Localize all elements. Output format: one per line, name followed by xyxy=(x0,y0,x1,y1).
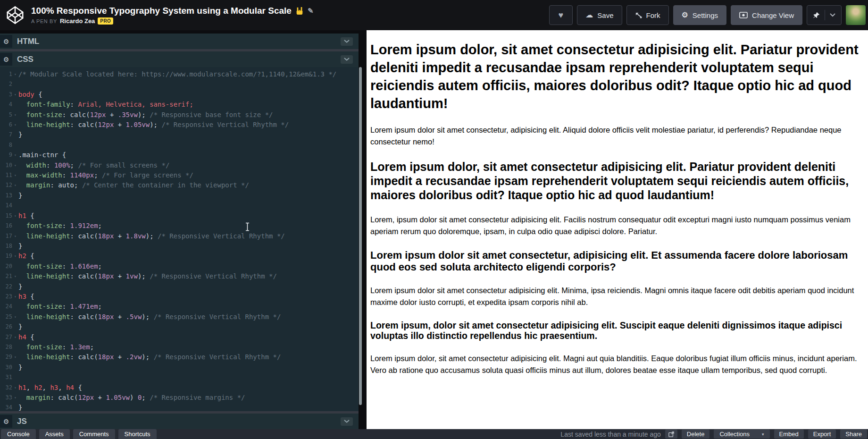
fold-arrow-icon[interactable]: ▾ xyxy=(12,180,18,190)
text-cursor-pointer xyxy=(245,222,250,231)
line-number: 22 xyxy=(0,282,12,292)
code-line[interactable]: 28 font-size: 1.3em; xyxy=(0,342,359,352)
css-panel-header[interactable]: ⚙ CSS xyxy=(0,51,359,67)
footer-tab-console[interactable]: Console xyxy=(1,429,36,439)
fold-arrow-icon[interactable]: ▾ xyxy=(12,69,18,79)
line-number: 33 xyxy=(0,393,12,403)
fold-arrow-icon[interactable]: ▾ xyxy=(12,90,18,100)
share-button[interactable]: Share xyxy=(840,430,867,439)
fork-button[interactable]: Fork xyxy=(626,5,669,25)
line-number: 3 xyxy=(0,90,12,100)
footer-tab-shortcuts[interactable]: Shortcuts xyxy=(118,429,157,439)
css-code-editor[interactable]: 1▾/* Modular Scale located here: https:/… xyxy=(0,67,359,411)
fold-arrow-icon[interactable]: ▾ xyxy=(12,292,18,302)
code-line[interactable]: 20 font-size: 1.616em; xyxy=(0,262,359,271)
pin-button[interactable] xyxy=(807,5,842,25)
code-line[interactable]: 33▾ margin: calc(12px + 1.05vw) 0; /* Re… xyxy=(0,393,359,403)
fold-arrow-icon[interactable]: ▾ xyxy=(12,352,18,362)
code-line[interactable]: 2 xyxy=(0,79,359,89)
fold-arrow-icon[interactable]: ▾ xyxy=(12,170,18,180)
code-line[interactable]: 7} xyxy=(0,130,359,140)
footer-tab-comments[interactable]: Comments xyxy=(73,429,115,439)
css-collapse-button[interactable] xyxy=(341,55,353,64)
user-avatar[interactable] xyxy=(846,5,866,25)
codepen-logo-icon[interactable] xyxy=(6,6,25,25)
rock-horns-emoji-icon xyxy=(295,7,304,15)
fold-arrow-icon[interactable]: ▾ xyxy=(12,383,18,393)
fold-arrow-icon[interactable]: ▾ xyxy=(12,231,18,241)
pen-title: 100% Responsive Typography System using … xyxy=(31,6,313,16)
fold-arrow-icon[interactable]: ▾ xyxy=(12,332,18,342)
js-collapse-button[interactable] xyxy=(341,417,353,426)
export-button[interactable]: Export xyxy=(808,430,836,439)
code-line[interactable]: 18} xyxy=(0,241,359,251)
line-number: 10 xyxy=(0,160,12,170)
edit-pencil-icon[interactable]: ✎ xyxy=(308,7,314,15)
code-line[interactable]: 10▾ width: 100%; /* For small screens */ xyxy=(0,160,359,170)
fold-arrow-icon[interactable]: ▾ xyxy=(12,110,18,120)
footer-bar: ConsoleAssetsCommentsShortcuts Last save… xyxy=(0,429,868,439)
byline: A PEN BY Ricardo Zea PRO xyxy=(31,17,313,25)
view-icon xyxy=(739,12,748,18)
html-panel-header[interactable]: ⚙ HTML xyxy=(0,34,359,49)
fold-arrow-icon[interactable]: ▾ xyxy=(12,271,18,281)
footer-tab-assets[interactable]: Assets xyxy=(39,429,70,439)
code-line[interactable]: 24 font-size: 1.471em; xyxy=(0,302,359,312)
open-external-button[interactable] xyxy=(665,430,677,439)
code-line[interactable]: 8 xyxy=(0,140,359,150)
code-line[interactable]: 23▾h3 { xyxy=(0,292,359,302)
code-line[interactable]: 32▾h1, h2, h3, h4 { xyxy=(0,383,359,393)
code-line[interactable]: 11▾ max-width: 1140px; /* For large scre… xyxy=(0,170,359,180)
code-line[interactable]: 17▾ line-height: calc(18px + 1.8vw); /* … xyxy=(0,231,359,241)
js-panel-header[interactable]: ⚙ JS xyxy=(0,414,359,429)
collections-dropdown[interactable]: Collections ▾ xyxy=(714,430,769,439)
fold-arrow-icon[interactable]: ▾ xyxy=(12,312,18,322)
code-line[interactable]: 15▾h1 { xyxy=(0,211,359,221)
code-line[interactable]: 27▾h4 { xyxy=(0,332,359,342)
code-line[interactable]: 6▾ line-height: calc(12px + 1.05vw); /* … xyxy=(0,120,359,130)
code-line[interactable]: 5▾ font-size: calc(12px + .35vw); /* Res… xyxy=(0,110,359,120)
code-line[interactable]: 21▾ line-height: calc(18px + 1vw); /* Re… xyxy=(0,271,359,281)
line-number: 2 xyxy=(0,79,12,89)
code-line[interactable]: 29▾ line-height: calc(18px + .2vw); /* R… xyxy=(0,352,359,362)
fold-arrow-icon[interactable]: ▾ xyxy=(12,211,18,221)
embed-button[interactable]: Embed xyxy=(774,430,804,439)
preview-p: Lorem ipsum dolor, sit amet consectetur … xyxy=(370,353,864,376)
fold-arrow-icon[interactable]: ▾ xyxy=(12,120,18,130)
author-link[interactable]: Ricardo Zea xyxy=(60,17,95,25)
like-button[interactable]: ♥ xyxy=(549,5,573,25)
code-line[interactable]: 12▾ margin: auto; /* Center the containe… xyxy=(0,180,359,190)
line-number: 9 xyxy=(0,150,12,160)
code-line[interactable]: 13} xyxy=(0,191,359,201)
code-line[interactable]: 3▾body { xyxy=(0,90,359,100)
fold-arrow-icon[interactable]: ▾ xyxy=(12,160,18,170)
code-line[interactable]: 34} xyxy=(0,403,359,411)
fold-arrow-icon[interactable]: ▾ xyxy=(12,251,18,261)
html-collapse-button[interactable] xyxy=(341,37,353,46)
code-line[interactable]: 9▾.main-ctnr { xyxy=(0,150,359,160)
settings-button[interactable]: ⚙ Settings xyxy=(673,5,727,25)
code-line[interactable]: 1▾/* Modular Scale located here: https:/… xyxy=(0,69,359,79)
fold-arrow-icon[interactable]: ▾ xyxy=(12,150,18,160)
code-line[interactable]: 19▾h2 { xyxy=(0,251,359,261)
code-line[interactable]: 30} xyxy=(0,363,359,372)
code-line[interactable]: 4 font-family: Arial, Helvetica, sans-se… xyxy=(0,100,359,110)
delete-button[interactable]: Delete xyxy=(682,430,710,439)
code-line[interactable]: 14 xyxy=(0,201,359,211)
code-line[interactable]: 26} xyxy=(0,322,359,332)
code-line[interactable]: 25▾ line-height: calc(18px + .5vw); /* R… xyxy=(0,312,359,322)
fold-arrow-icon[interactable]: ▾ xyxy=(12,393,18,403)
css-settings-gear-icon[interactable]: ⚙ xyxy=(0,53,12,66)
preview-p: Lorem ipsum dolor sit amet consectetur a… xyxy=(370,285,864,308)
code-line[interactable]: 16 font-size: 1.912em; xyxy=(0,221,359,231)
code-line[interactable]: 31 xyxy=(0,372,359,382)
save-button[interactable]: ☁ Save xyxy=(577,5,622,25)
change-view-button[interactable]: Change View xyxy=(731,5,802,25)
html-settings-gear-icon[interactable]: ⚙ xyxy=(0,35,12,48)
code-text: /* Modular Scale located here: https://w… xyxy=(18,69,336,79)
caret-down-icon: ▾ xyxy=(762,432,764,437)
css-editor-scrollbar[interactable] xyxy=(359,67,362,405)
line-number: 34 xyxy=(0,403,12,411)
code-line[interactable]: 22} xyxy=(0,282,359,292)
js-settings-gear-icon[interactable]: ⚙ xyxy=(0,415,12,428)
